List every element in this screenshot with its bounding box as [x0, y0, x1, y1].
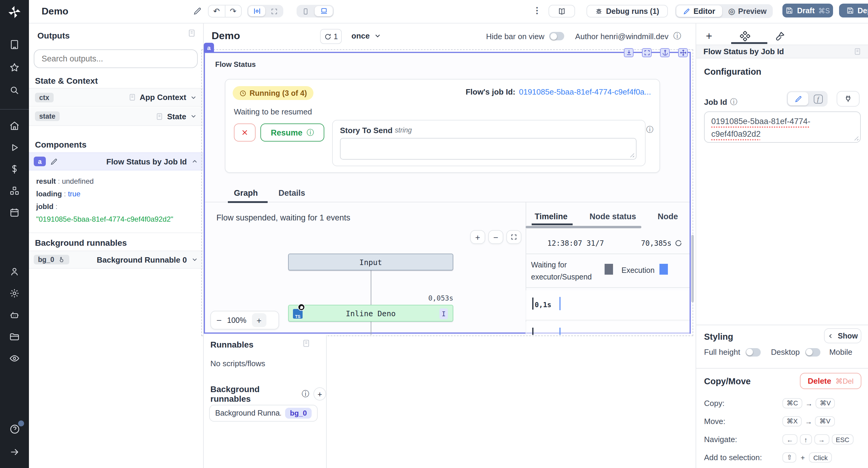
tab-preview[interactable]: ◎ Preview — [723, 5, 772, 17]
home-icon[interactable] — [0, 115, 29, 136]
job-id-link[interactable]: 0191085e-5baa-81ef-4774-c9ef4f0a... — [519, 87, 651, 96]
styling-tab-brush-icon[interactable] — [775, 31, 785, 41]
panel-doc-icon[interactable] — [302, 339, 310, 347]
help-icon[interactable] — [0, 419, 29, 439]
desktop-view-button[interactable] — [315, 6, 333, 16]
ctx-row[interactable]: ctx App Context — [29, 88, 203, 107]
jobid-value[interactable]: "0191085e-5baa-81ef-4774-c9ef4f0a92d2" — [36, 213, 173, 226]
bg-runnables-title: Background runnables — [210, 384, 298, 404]
variables-icon[interactable] — [0, 159, 29, 179]
move-icon[interactable] — [678, 48, 688, 57]
story-textarea[interactable] — [340, 138, 637, 160]
tab-node[interactable]: Node — [658, 212, 678, 221]
kebab-menu-icon[interactable]: ⋮ — [533, 5, 541, 15]
refresh-count-button[interactable]: 1 — [320, 29, 342, 44]
settings-gear-icon[interactable] — [0, 283, 29, 304]
debug-runs-button[interactable]: Debug runs (1) — [587, 5, 668, 18]
horizontal-scrollbar[interactable] — [526, 226, 641, 228]
result-line[interactable]: result : undefined — [36, 175, 173, 188]
info-icon[interactable]: ⓘ — [646, 125, 653, 135]
apps-icon[interactable] — [0, 34, 29, 55]
component-a-row[interactable]: a Flow Status by Job Id — [29, 153, 203, 170]
resume-button[interactable]: Resume ⓘ — [260, 124, 324, 141]
audit-eye-icon[interactable] — [0, 348, 29, 369]
flow-node-input[interactable]: Input — [288, 254, 453, 270]
insert-tab-plus-icon[interactable]: + — [706, 30, 712, 43]
fullwidth-layout-button[interactable] — [267, 6, 282, 16]
search-outputs-input[interactable] — [34, 49, 198, 68]
collapse-arrow-icon[interactable] — [0, 441, 29, 462]
workers-robot-icon[interactable] — [0, 305, 29, 325]
tab-node-status[interactable]: Node status — [590, 212, 636, 221]
draft-button[interactable]: Draft ⌘S — [782, 4, 833, 18]
favorites-icon[interactable] — [0, 57, 29, 78]
flow-edge — [371, 270, 371, 305]
panel-doc-icon[interactable] — [854, 47, 861, 56]
chevron-down-icon[interactable] — [191, 256, 198, 263]
chevron-down-icon[interactable] — [190, 94, 197, 101]
resources-icon[interactable] — [0, 181, 29, 201]
flow-node-inline-deno[interactable]: TS Inline Deno I — [288, 305, 453, 322]
hide-bar-toggle[interactable] — [549, 32, 564, 40]
dock-bottom-icon[interactable] — [624, 48, 633, 57]
panel-doc-icon[interactable] — [187, 29, 196, 37]
add-bg-runnable-button[interactable]: + — [313, 387, 326, 401]
info-icon: ⓘ — [302, 389, 309, 399]
bg-runnable-card[interactable]: Background Runna... bg_0 — [209, 405, 318, 422]
legend-waiting-swatch — [604, 264, 613, 275]
job-id-field-label: Job Id ⓘ — [704, 97, 738, 107]
eval-input-mode-button[interactable]: f — [809, 92, 827, 105]
connect-plug-button[interactable] — [837, 91, 860, 107]
schedule-dropdown[interactable]: once — [351, 31, 382, 40]
zoom-in-button[interactable]: + — [252, 313, 267, 327]
full-height-toggle[interactable] — [746, 348, 761, 356]
tab-graph[interactable]: Graph — [234, 189, 258, 198]
delete-button[interactable]: Delete ⌘Del — [800, 373, 861, 389]
save-icon — [846, 7, 854, 14]
component-tag[interactable]: a — [204, 43, 214, 53]
edit-pencil-icon[interactable] — [50, 158, 58, 165]
desktop-toggle[interactable] — [805, 348, 820, 356]
jobid-line[interactable]: jobId : — [36, 201, 173, 213]
loading-line[interactable]: loading : true — [36, 188, 173, 201]
graph-fit-button[interactable] — [506, 230, 521, 244]
runs-icon[interactable] — [0, 137, 29, 158]
chevron-down-icon[interactable] — [190, 113, 197, 120]
graph-zoom-in-button[interactable]: + — [470, 230, 485, 244]
show-styling-button[interactable]: Show — [824, 328, 861, 343]
tab-timeline[interactable]: Timeline — [535, 212, 567, 221]
state-row[interactable]: state State — [29, 107, 203, 126]
tab-details[interactable]: Details — [278, 189, 305, 198]
zoom-out-button[interactable]: − — [216, 315, 222, 325]
search-icon[interactable] — [0, 80, 29, 101]
desktop-label: Desktop — [771, 347, 800, 357]
static-input-mode-button[interactable] — [788, 92, 808, 105]
status-text: Running (3 of 4) — [250, 89, 307, 97]
job-id-textarea[interactable]: 0191085e-5baa-81ef-4774- c9ef4f0a92d2 — [704, 111, 861, 143]
cancel-button[interactable] — [234, 124, 255, 141]
flow-edge — [371, 321, 371, 335]
info-icon[interactable]: ⓘ — [673, 31, 681, 41]
graph-zoom-out-button[interactable]: − — [488, 230, 503, 244]
docs-book-button[interactable] — [549, 5, 575, 18]
mobile-view-button[interactable] — [298, 6, 313, 16]
vertical-scrollbar[interactable] — [691, 235, 694, 302]
schedules-icon[interactable] — [0, 202, 29, 223]
deploy-button[interactable]: Deploy — [839, 4, 868, 18]
folders-icon[interactable] — [0, 327, 29, 347]
tab-editor[interactable]: Editor — [676, 5, 722, 17]
rename-pencil-icon[interactable] — [193, 7, 202, 16]
anchor-icon[interactable] — [660, 48, 670, 57]
user-icon[interactable] — [0, 261, 29, 282]
graph-zoom-controls: + − — [470, 230, 521, 244]
author-label: Author henri@windmill.dev — [575, 32, 669, 41]
bg0-row[interactable]: bg_0 Background Runnable 0 — [29, 250, 203, 269]
undo-button[interactable]: ↶ — [209, 7, 224, 16]
centered-layout-button[interactable] — [248, 6, 265, 16]
chevron-up-icon[interactable] — [191, 158, 198, 165]
app-canvas-selected-component[interactable]: a Flow Status Running (3 of 4) Flow's jo… — [204, 52, 691, 334]
windmill-logo[interactable] — [0, 0, 29, 24]
redo-button[interactable]: ↷ — [225, 7, 241, 16]
expand-icon[interactable] — [642, 48, 652, 57]
settings-tab-icon[interactable] — [740, 31, 750, 41]
